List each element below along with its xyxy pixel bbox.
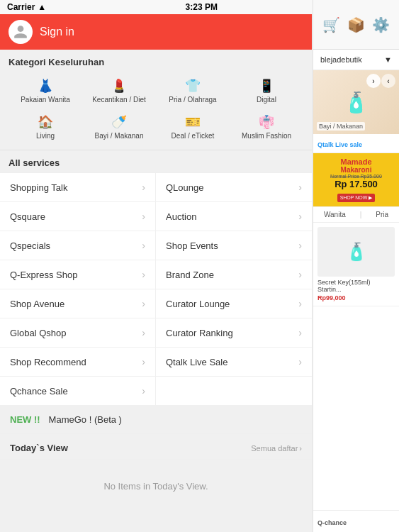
chevron-icon: › (142, 385, 145, 397)
image-label: Bayi / Makanan (317, 122, 365, 131)
new-badge: NEW !! (10, 414, 40, 425)
see-all-button[interactable]: Semua daftar › (251, 444, 302, 453)
kategori-bayi[interactable]: 🍼 Bayi / Makanan (82, 109, 156, 145)
mamade-shop-now[interactable]: SHOP NOW ▶ (337, 194, 376, 202)
time-display: 3:23 PM (186, 2, 218, 12)
kategori-digital[interactable]: 📱 Digital (230, 73, 303, 109)
right-panel-top: 🛒 📦 ⚙️ (313, 0, 399, 50)
shop-recommend-label: Shop Recommend (10, 357, 86, 367)
qlounge-label: QLounge (166, 182, 204, 193)
service-auction[interactable]: Auction › (156, 202, 312, 231)
deal-label: Deal / eTicket (172, 132, 215, 140)
wifi-icon: ▲ (38, 2, 46, 12)
see-all-chevron: › (299, 444, 302, 453)
chevron-icon: › (142, 182, 145, 193)
store-name: blejadebutik (320, 55, 362, 64)
kategori-deal[interactable]: 🎫 Deal / eTicket (156, 109, 230, 145)
bayi-label: Bayi / Makanan (95, 132, 144, 140)
empty-view: No Items in Today's View. (0, 460, 312, 513)
service-qsquare[interactable]: Qsquare › (0, 202, 156, 231)
box-icon[interactable]: 📦 (347, 16, 365, 33)
mamade-product: Makaroni (317, 166, 395, 174)
chevron-icon: › (142, 240, 145, 251)
brand-zone-label: Brand Zone (166, 270, 214, 280)
all-services-header: All services (0, 150, 312, 173)
qchance-sale-label: Qchance Sale (10, 386, 68, 397)
kategori-pria[interactable]: 👕 Pria / Olahraga (156, 73, 230, 109)
kategori-kecantikan[interactable]: 💄 Kecantikan / Diet (82, 73, 156, 109)
service-shop-events[interactable]: Shop Events › (156, 231, 312, 260)
digital-icon: 📱 (259, 78, 274, 94)
chevron-icon: › (298, 298, 302, 309)
avatar[interactable] (9, 20, 33, 44)
service-curator-ranking[interactable]: Curator Ranking › (156, 318, 312, 348)
rp-image-bayi: ‹ › 🧴 Bayi / Makanan (313, 70, 399, 134)
service-shop-avenue[interactable]: Shop Avenue › (0, 289, 156, 318)
kategori-title: Kategori Keseluruhan (9, 57, 303, 67)
chevron-icon: › (298, 356, 302, 367)
tab-wanita[interactable]: Wanita (324, 211, 346, 218)
curator-lounge-label: Curator Lounge (166, 299, 230, 309)
shop-events-label: Shop Events (166, 240, 218, 251)
todays-view-title: Today`s View (10, 443, 68, 453)
user-icon (13, 24, 28, 40)
service-qtalk-live-sale[interactable]: Qtalk Live Sale › (156, 348, 312, 377)
chevron-icon: › (298, 182, 302, 193)
muslim-label: Muslim Fashion (242, 132, 291, 140)
product-list: 🧴 Secret Key(155ml) Startin... Rp99,000 (313, 223, 399, 510)
status-left: Carrier ▲ (7, 2, 46, 12)
next-icon[interactable]: › (366, 74, 381, 88)
carrier-text: Carrier (7, 2, 35, 12)
header: Sign in (0, 14, 312, 50)
qtalk-label: Qtalk Live sale (317, 141, 362, 148)
chevron-icon: › (298, 240, 302, 251)
services-grid: Shopping Talk › QLounge › Qsquare › Auct… (0, 173, 312, 406)
mamade-banner[interactable]: Mamade Makaroni Normal Price Rp35.000 Rp… (313, 153, 399, 206)
tab-pria[interactable]: Pria (376, 211, 388, 218)
kategori-pakaian-wanita[interactable]: 👗 Pakaian Wanita (9, 73, 82, 109)
service-empty (156, 377, 312, 406)
curator-ranking-label: Curator Ranking (166, 328, 233, 338)
service-qchance-sale[interactable]: Qchance Sale › (0, 377, 156, 406)
new-label: MameGo ! (Beta ) (49, 414, 122, 425)
prev-icon[interactable]: ‹ (381, 74, 395, 88)
store-dropdown-icon: ▼ (384, 55, 392, 64)
qspecials-label: Qspecials (10, 240, 50, 251)
service-qexpress[interactable]: Q-Express Shop › (0, 260, 156, 289)
cart-icon[interactable]: 🛒 (322, 16, 340, 33)
service-brand-zone[interactable]: Brand Zone › (156, 260, 312, 289)
mamade-brand: Mamade (317, 157, 395, 166)
product-item[interactable]: 🧴 Secret Key(155ml) Startin... Rp99,000 (313, 223, 399, 306)
main-scroll[interactable]: Kategori Keseluruhan 👗 Pakaian Wanita 💄 … (0, 50, 312, 532)
qchance-section[interactable]: Q-chance (313, 510, 399, 532)
kategori-living[interactable]: 🏠 Living (9, 109, 82, 145)
service-qspecials[interactable]: Qspecials › (0, 231, 156, 260)
global-qshop-label: Global Qshop (10, 328, 67, 338)
service-curator-lounge[interactable]: Curator Lounge › (156, 289, 312, 318)
service-shop-recommend[interactable]: Shop Recommend › (0, 348, 156, 377)
living-icon: 🏠 (38, 114, 53, 130)
qexpress-label: Q-Express Shop (10, 270, 77, 280)
chevron-icon: › (142, 298, 145, 309)
service-qlounge[interactable]: QLounge › (156, 173, 312, 202)
qchance-label: Q-chance (317, 519, 347, 526)
pria-label: Pria / Olahraga (169, 96, 216, 104)
bayi-icon: 🍼 (111, 114, 127, 130)
shop-avenue-label: Shop Avenue (10, 299, 64, 309)
chevron-icon: › (142, 211, 145, 222)
product-name: Secret Key(155ml) Startin... (317, 279, 395, 293)
product-price: Rp99,000 (317, 294, 395, 301)
sign-in-button[interactable]: Sign in (40, 26, 74, 38)
settings-icon[interactable]: ⚙️ (372, 16, 390, 33)
right-panel-store[interactable]: blejadebutik ▼ (313, 50, 399, 70)
kecantikan-icon: 💄 (111, 78, 127, 94)
kecantikan-label: Kecantikan / Diet (92, 96, 146, 104)
qsquare-label: Qsquare (10, 211, 45, 222)
kategori-section: Kategori Keseluruhan 👗 Pakaian Wanita 💄 … (0, 50, 312, 150)
service-shopping-talk[interactable]: Shopping Talk › (0, 173, 156, 202)
service-global-qshop[interactable]: Global Qshop › (0, 318, 156, 348)
new-section[interactable]: NEW !! MameGo ! (Beta ) (0, 406, 312, 434)
qtalk-banner[interactable]: Qtalk Live sale (313, 134, 399, 153)
kategori-muslim[interactable]: 👘 Muslim Fashion (230, 109, 303, 145)
empty-message: No Items in Today's View. (103, 481, 208, 492)
